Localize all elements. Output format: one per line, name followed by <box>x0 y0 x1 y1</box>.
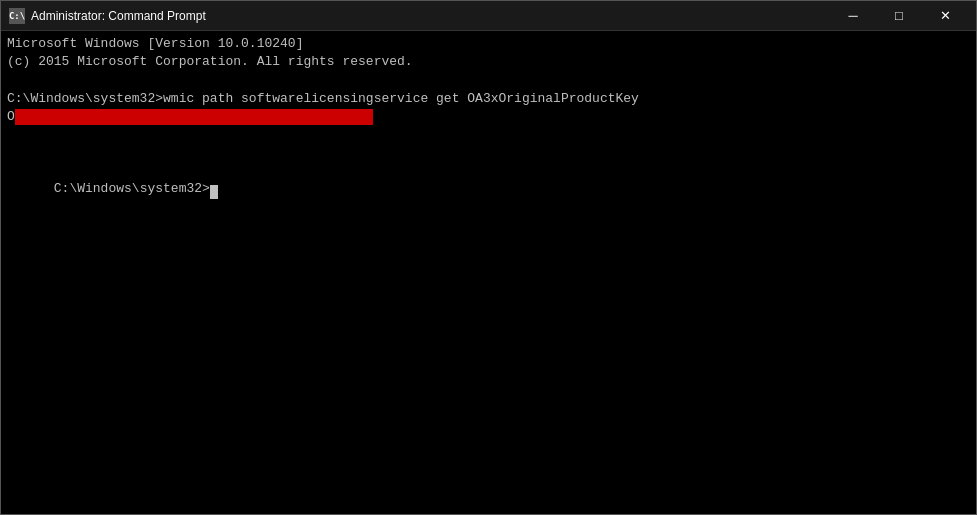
window-title: Administrator: Command Prompt <box>31 9 830 23</box>
maximize-button[interactable]: □ <box>876 1 922 31</box>
console-body[interactable]: Microsoft Windows [Version 10.0.10240] (… <box>1 31 976 514</box>
cursor <box>210 185 218 199</box>
title-bar: C:\ Administrator: Command Prompt ─ □ ✕ <box>1 1 976 31</box>
console-line-2: (c) 2015 Microsoft Corporation. All righ… <box>7 53 970 71</box>
console-line-1: Microsoft Windows [Version 10.0.10240] <box>7 35 970 53</box>
console-line-4: C:\Windows\system32>wmic path softwareli… <box>7 90 970 108</box>
cmd-window: C:\ Administrator: Command Prompt ─ □ ✕ … <box>0 0 977 515</box>
console-line-5 <box>7 126 970 144</box>
cmd-icon: C:\ <box>9 8 25 24</box>
redacted-bar <box>15 109 373 125</box>
console-line-6 <box>7 144 970 162</box>
console-line-7: C:\Windows\system32> <box>7 162 970 217</box>
console-line-3 <box>7 71 970 89</box>
close-button[interactable]: ✕ <box>922 1 968 31</box>
redacted-char: O <box>7 109 15 124</box>
redacted-row: O <box>7 108 970 126</box>
window-controls: ─ □ ✕ <box>830 1 968 31</box>
prompt-text: C:\Windows\system32> <box>54 181 210 196</box>
minimize-button[interactable]: ─ <box>830 1 876 31</box>
